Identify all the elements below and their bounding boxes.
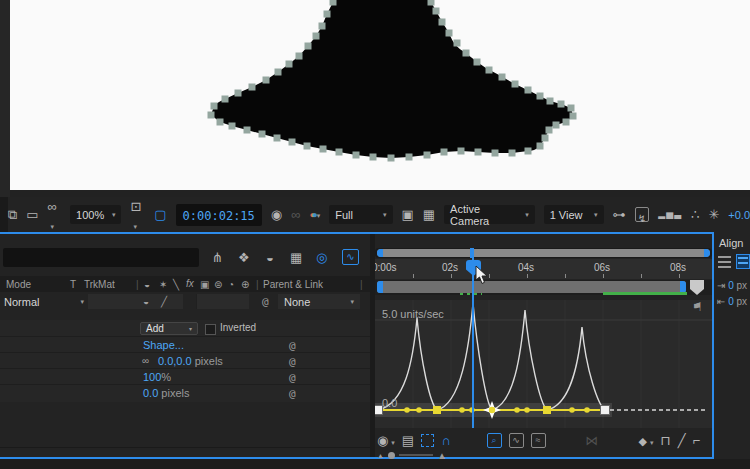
snap-magnet-icon[interactable]: ∩ (441, 434, 450, 447)
convert-to-linear-icon[interactable]: ╱ (678, 434, 686, 447)
view-layout-dropdown[interactable]: 1 View ▾ (544, 205, 604, 224)
shy-toggle-icon[interactable]: ◒ (143, 296, 149, 307)
mask-inverted-label[interactable]: Inverted (220, 322, 256, 333)
show-channel-rgb-icon[interactable]: ●●●▾ (309, 210, 320, 220)
bottom-strip (0, 459, 750, 469)
timeline-column-headers: Mode T TrkMat | ◒ ✶ ╲ fx ▣ ⊜ ◔ ⊕ | Paren… (0, 276, 370, 292)
timeline-panel: ⋔ ❖ ◒ ▦ ◎ ∿ Mode T TrkMat | ◒ ✶ ╲ fx ▣ ⊜… (0, 234, 712, 457)
mask-path-pickwhip-icon[interactable]: @ (289, 339, 296, 352)
layer-switch-cells[interactable] (196, 294, 249, 309)
work-area-start-handle[interactable] (377, 281, 383, 293)
comp-marker-bin-icon[interactable] (690, 280, 704, 295)
navigator-playhead-tick (470, 248, 474, 258)
show-transform-box-icon[interactable] (421, 434, 434, 447)
zoom-slider-knob[interactable] (388, 452, 395, 459)
mask-path-value[interactable]: Shape... (143, 339, 184, 351)
timeline-search-input[interactable] (3, 248, 199, 267)
separate-dimensions-icon[interactable]: ⋈ (586, 434, 599, 447)
column-trkmat[interactable]: TrkMat (84, 279, 115, 290)
cache-indicator-dots (460, 293, 482, 295)
target-region-icon[interactable]: ▣ (402, 208, 414, 221)
fast-previews-icon[interactable]: ↯ (635, 207, 650, 222)
graph-editor-toolbar: ◉▾ ▤ ∩ ⌕ ∿ ≈ ⋈ ◆▾ ⊓ ╱ ⌐ (377, 431, 700, 449)
zoom-out-icon[interactable]: ▲ (377, 452, 384, 459)
mask-mode-dropdown[interactable]: Add ▾ (140, 322, 198, 335)
graph-type-options-icon[interactable]: ▤ (402, 434, 414, 447)
fit-all-graphs-icon[interactable]: ≈ (531, 433, 546, 448)
show-snapshot-monitor-icon[interactable]: ▭ (26, 208, 38, 221)
fit-selection-icon[interactable]: ∿ (509, 433, 524, 448)
channel-goggles-icon[interactable]: ∞▾ (48, 197, 62, 233)
ruler-tick-label: 08s (670, 262, 686, 273)
indent-right-value[interactable]: 0 (728, 296, 734, 307)
column-parent-link[interactable]: Parent & Link (263, 279, 323, 290)
parent-dropdown[interactable]: None ▾ (278, 294, 360, 309)
stereo-goggles-icon[interactable]: ⊶ (613, 208, 626, 221)
convert-to-bezier-icon[interactable]: ⌐ (693, 434, 701, 447)
switch-motion-blur-icon: ⊜ (214, 279, 222, 290)
motion-blur-icon[interactable]: ◎ (316, 251, 327, 264)
mini-flowchart-icon[interactable]: ⋔ (212, 251, 223, 264)
transparency-grid-icon[interactable]: ▦ (423, 208, 435, 221)
mask-inverted-checkbox[interactable] (205, 324, 216, 335)
quality-toggle-icon[interactable]: ╱ (161, 296, 167, 307)
mask-expansion-value[interactable]: 0.0 (143, 387, 158, 399)
draft-3d-icon[interactable]: ❖ (238, 251, 250, 264)
graph-y-max-label: 5.0 units/sec (382, 308, 444, 320)
masked-blob-shape[interactable] (190, 0, 600, 175)
magnification-value: 100% (76, 209, 104, 221)
flowchart-network-icon[interactable]: ∴ (691, 208, 699, 221)
toggle-mask-paths-icon[interactable]: ▢ (154, 208, 166, 221)
comp-marker-flag-icon[interactable]: ⚑ (692, 300, 703, 314)
edit-selected-keyframes-icon[interactable]: ◆▾ (639, 431, 654, 449)
region-of-interest-icon[interactable]: ⊡▾ (130, 197, 145, 233)
mask-opacity-value[interactable]: 100 (143, 371, 161, 383)
align-center-icon[interactable] (736, 254, 750, 269)
resolution-dropdown[interactable]: Full ▾ (329, 205, 392, 224)
feather-link-icon[interactable]: ∞ (142, 355, 149, 366)
mask-expansion-pickwhip-icon[interactable]: @ (289, 387, 296, 400)
column-t[interactable]: T (70, 279, 76, 290)
timecode-display[interactable]: 0:00:02:15 (176, 204, 262, 226)
column-mode[interactable]: Mode (6, 279, 31, 290)
adjust-exposure-shutter-icon[interactable]: ✳ (708, 208, 719, 221)
ruler-tick-label: 04s (518, 262, 534, 273)
auto-zoom-graph-icon[interactable]: ⌕ (487, 433, 502, 448)
exposure-value[interactable]: +0.0 (728, 209, 750, 221)
parent-value: None (284, 296, 310, 308)
snapshot-camera-icon[interactable]: ◉ (271, 208, 282, 221)
mask-feather-pickwhip-icon[interactable]: @ (289, 355, 296, 368)
timeline-navigator-bar[interactable] (375, 248, 712, 258)
convert-to-hold-icon[interactable]: ⊓ (661, 434, 671, 447)
camera-view-dropdown[interactable]: Active Camera ▾ (444, 205, 535, 224)
layer-switches[interactable]: ◒ ╱ (88, 294, 183, 309)
indent-left-unit: px (737, 280, 748, 291)
mask-opacity-pickwhip-icon[interactable]: @ (289, 371, 296, 384)
blend-mode-dropdown[interactable]: Normal ▾ (4, 294, 84, 309)
playhead-line[interactable] (472, 258, 474, 428)
mask-feather-unit: pixels (195, 355, 223, 367)
zoom-slider-track[interactable] (399, 454, 433, 456)
graph-editor-toggle-icon[interactable]: ∿ (342, 249, 359, 265)
composition-canvas[interactable] (10, 0, 750, 190)
snapshot-layers-icon[interactable]: ⧉ (8, 208, 17, 221)
show-last-snapshot-icon[interactable]: ∞ (291, 208, 300, 221)
align-left-icon[interactable] (718, 256, 731, 268)
hide-shy-layers-icon[interactable]: ◒ (266, 251, 274, 264)
mask-feather-value[interactable]: 0.0,0.0 (158, 355, 192, 367)
time-ruler[interactable]: 0:00s 02s 04s 06s 08s (375, 259, 712, 279)
frame-blending-icon[interactable]: ▦ (290, 251, 302, 264)
switch-collapse-icon: ✶ (159, 279, 167, 290)
timeline-chart-icon[interactable]: ▂▅▃ (658, 210, 682, 219)
navigator-end-handle[interactable] (704, 249, 710, 257)
magnification-dropdown[interactable]: 100% ▾ (70, 205, 121, 224)
show-properties-eye-icon[interactable]: ◉▾ (377, 431, 395, 449)
indent-left-value[interactable]: 0 (728, 280, 734, 291)
navigator-start-handle[interactable] (377, 249, 383, 257)
parent-pickwhip-icon[interactable]: @ (262, 295, 269, 308)
align-panel-tab[interactable]: Align (719, 237, 743, 249)
graph-y-min-label: 0.0 (382, 397, 397, 409)
switch-adjustment-icon: ◔ (228, 279, 234, 290)
mask-mode-value: Add (146, 323, 164, 334)
mask-rows: Add ▾ Inverted Shape... @ ∞ 0.0,0.0 pixe… (0, 320, 370, 402)
